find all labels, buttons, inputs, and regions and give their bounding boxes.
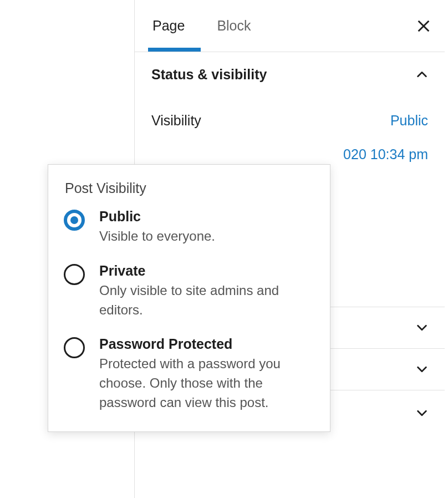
section-title: Status & visibility: [151, 67, 267, 83]
chevron-down-icon: [416, 363, 428, 375]
post-visibility-popover: Post Visibility Public Visible to everyo…: [48, 164, 330, 432]
tab-page[interactable]: Page: [148, 0, 189, 52]
option-description: Visible to everyone.: [99, 227, 314, 246]
visibility-option-private[interactable]: Private Only visible to site admins and …: [64, 263, 314, 320]
visibility-row: Visibility Public: [151, 104, 428, 138]
visibility-value-link[interactable]: Public: [390, 113, 428, 129]
option-text: Public Visible to everyone.: [99, 209, 314, 246]
option-description: Only visible to site admins and editors.: [99, 281, 314, 320]
visibility-option-password[interactable]: Password Protected Protected with a pass…: [64, 336, 314, 412]
option-text: Private Only visible to site admins and …: [99, 263, 314, 320]
option-description: Protected with a password you choose. On…: [99, 354, 314, 412]
active-tab-indicator: [148, 48, 201, 52]
option-text: Password Protected Protected with a pass…: [99, 336, 314, 412]
tab-block[interactable]: Block: [212, 0, 255, 52]
chevron-down-icon: [416, 322, 428, 334]
chevron-up-icon: [416, 69, 428, 81]
sidebar-tabs: Page Block: [135, 0, 445, 52]
section-status-visibility-header[interactable]: Status & visibility: [135, 52, 445, 97]
visibility-option-public[interactable]: Public Visible to everyone.: [64, 209, 314, 246]
publish-date-link[interactable]: 020 10:34 pm: [343, 146, 428, 162]
option-title: Private: [99, 263, 314, 279]
chevron-down-icon: [416, 407, 428, 419]
publish-label: [151, 146, 155, 162]
popover-title: Post Visibility: [65, 180, 314, 196]
visibility-label: Visibility: [151, 113, 201, 129]
radio-password[interactable]: [64, 337, 85, 358]
radio-private[interactable]: [64, 264, 85, 285]
close-icon[interactable]: [416, 18, 431, 34]
radio-public[interactable]: [64, 210, 85, 231]
option-title: Password Protected: [99, 336, 314, 352]
option-title: Public: [99, 209, 314, 225]
